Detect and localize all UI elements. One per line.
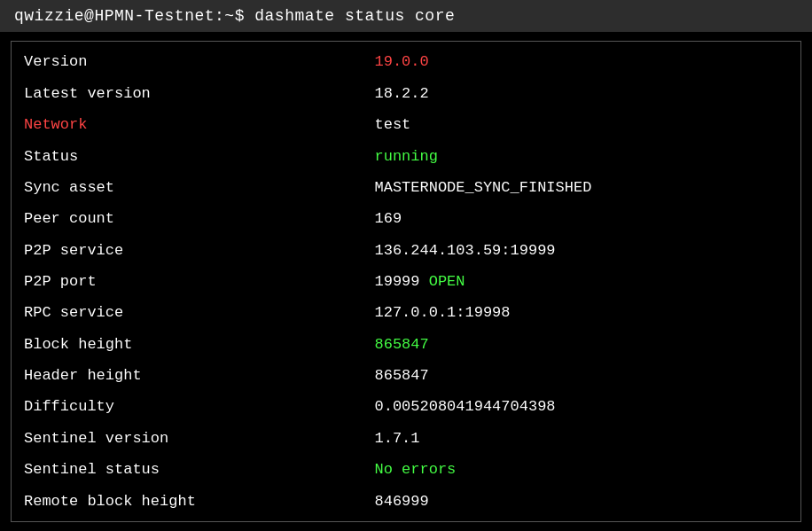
row-label: Block height xyxy=(12,328,357,359)
table-row: Peer count169 xyxy=(12,203,801,234)
row-value: 19999 OPEN xyxy=(357,266,801,297)
table-row: Difficulty0.005208041944704398 xyxy=(12,391,801,422)
row-label: Network xyxy=(12,109,357,140)
row-label: Status xyxy=(12,140,357,171)
status-table: Version19.0.0Latest version18.2.2Network… xyxy=(11,41,801,522)
row-label: Remote block height xyxy=(12,485,357,521)
row-label: P2P port xyxy=(12,266,357,297)
row-label: Sentinel version xyxy=(12,423,357,454)
table-row: P2P port19999 OPEN xyxy=(12,266,801,297)
table-row: Version19.0.0 xyxy=(12,42,801,78)
table-row: Sentinel statusNo errors xyxy=(12,454,801,485)
row-value: 19.0.0 xyxy=(357,42,801,78)
table-row: RPC service127.0.0.1:19998 xyxy=(12,297,801,328)
terminal-title: qwizzie@HPMN-Testnet:~$ dashmate status … xyxy=(0,0,812,32)
row-label: RPC service xyxy=(12,297,357,328)
row-label: Difficulty xyxy=(12,391,357,422)
title-text: qwizzie@HPMN-Testnet:~$ dashmate status … xyxy=(14,7,455,25)
row-label: Sentinel status xyxy=(12,454,357,485)
row-value: 18.2.2 xyxy=(357,78,801,109)
table-row: Header height865847 xyxy=(12,360,801,391)
row-label: P2P service xyxy=(12,234,357,265)
row-label: Version xyxy=(12,42,357,78)
row-value: MASTERNODE_SYNC_FINISHED xyxy=(357,172,801,203)
row-value: 1.7.1 xyxy=(357,423,801,454)
table-body: Version19.0.0Latest version18.2.2Network… xyxy=(12,42,801,522)
table-row: Statusrunning xyxy=(12,140,801,171)
row-value: running xyxy=(357,140,801,171)
row-value: 865847 xyxy=(357,328,801,359)
table-row: Latest version18.2.2 xyxy=(12,78,801,109)
table-row: Sentinel version1.7.1 xyxy=(12,423,801,454)
row-value: 846999 xyxy=(357,485,801,521)
table-row: P2P service136.244.103.59:19999 xyxy=(12,234,801,265)
row-value: 127.0.0.1:19998 xyxy=(357,297,801,328)
row-value: 0.005208041944704398 xyxy=(357,391,801,422)
p2p-port-status: OPEN xyxy=(429,273,465,290)
table-row: Block height865847 xyxy=(12,328,801,359)
row-value: No errors xyxy=(357,454,801,485)
row-label: Peer count xyxy=(12,203,357,234)
row-value: 865847 xyxy=(357,360,801,391)
row-value: 169 xyxy=(357,203,801,234)
terminal-body: Version19.0.0Latest version18.2.2Network… xyxy=(0,32,812,531)
table-row: Networktest xyxy=(12,109,801,140)
p2p-port-number: 19999 xyxy=(375,273,429,290)
table-row: Sync assetMASTERNODE_SYNC_FINISHED xyxy=(12,172,801,203)
table-row: Remote block height846999 xyxy=(12,485,801,521)
row-value: test xyxy=(357,109,801,140)
row-label: Header height xyxy=(12,360,357,391)
row-label: Latest version xyxy=(12,78,357,109)
row-value: 136.244.103.59:19999 xyxy=(357,234,801,265)
row-label: Sync asset xyxy=(12,172,357,203)
